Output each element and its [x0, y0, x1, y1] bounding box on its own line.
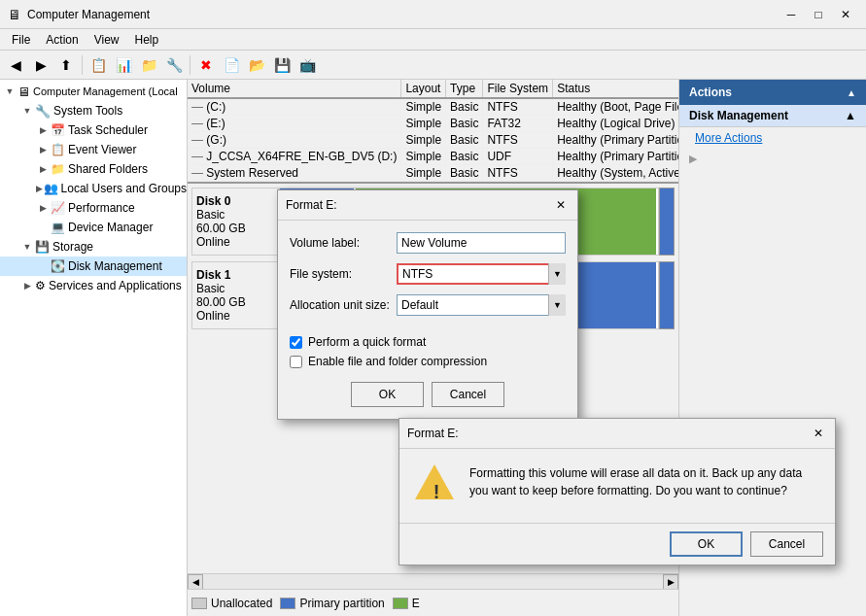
cell-fs: UDF [483, 149, 553, 165]
disk-1-label: Disk 1 Basic 80.00 GB Online [191, 261, 279, 329]
format-dialog-title: Format E: [286, 198, 337, 212]
menu-file[interactable]: File [4, 31, 38, 49]
actions-title: Actions [689, 86, 732, 99]
volume-table: Volume Layout Type File System Status — … [188, 80, 678, 182]
disk-1-indicator [659, 261, 675, 329]
table-row[interactable]: — (G:) Simple Basic NTFS Healthy (Primar… [188, 132, 678, 149]
toolbar-up[interactable]: ⬆ [54, 53, 78, 77]
services-icon: ⚙ [35, 279, 46, 292]
tree-panel: ▼ 🖥 Computer Management (Local ▼ 🔧 Syste… [0, 80, 188, 616]
close-button[interactable]: ✕ [833, 4, 858, 25]
toolbar-save[interactable]: 💾 [270, 53, 294, 77]
tree-label-shared-folders: Shared Folders [68, 162, 148, 176]
horizontal-scrollbar[interactable]: ◀ ▶ [188, 573, 678, 589]
actions-header: Actions ▲ [679, 80, 866, 105]
confirm-cancel-button[interactable]: Cancel [750, 531, 823, 557]
tree-label-device-manager: Device Manager [68, 221, 153, 234]
tools-icon: 🔧 [35, 104, 51, 119]
tree-item-system-tools[interactable]: ▼ 🔧 System Tools [0, 101, 187, 120]
alloc-select[interactable]: Default 512 1024 4096 [397, 294, 566, 316]
toolbar-open[interactable]: 📂 [245, 53, 268, 77]
cell-status: Healthy (Logical Drive) [553, 116, 678, 132]
toolbar-forward[interactable]: ▶ [29, 53, 52, 77]
table-row[interactable]: — (E:) Simple Basic FAT32 Healthy (Logic… [188, 116, 678, 132]
toolbar-new[interactable]: 📄 [220, 53, 243, 77]
actions-section-arrow: ▲ [845, 109, 856, 122]
toolbar-monitor[interactable]: 📺 [295, 53, 319, 77]
fs-row: File system: NTFS FAT32 exFAT ▼ [290, 263, 566, 285]
toolbar-back[interactable]: ◀ [4, 53, 27, 77]
scroll-left[interactable]: ◀ [188, 574, 203, 590]
tree-item-local-users[interactable]: ▶ 👥 Local Users and Groups [0, 179, 187, 198]
toolbar-properties[interactable]: 📊 [112, 53, 135, 77]
cell-layout: Simple [401, 116, 446, 132]
scroll-right[interactable]: ▶ [663, 574, 678, 590]
toolbar-sep-1 [82, 55, 83, 75]
cell-type: Basic [446, 132, 483, 149]
table-row[interactable]: — (C:) Simple Basic NTFS Healthy (Boot, … [188, 98, 678, 116]
table-row[interactable]: — System Reserved Simple Basic NTFS Heal… [188, 165, 678, 182]
spacer [290, 325, 566, 335]
compress-checkbox[interactable] [290, 356, 302, 368]
tree-item-task-scheduler[interactable]: ▶ 📅 Task Scheduler [0, 120, 187, 140]
scroll-track[interactable] [203, 574, 663, 590]
expand-icon: ▶ [19, 281, 35, 291]
confirm-buttons: OK Cancel [399, 523, 835, 565]
expand-icon: ▼ [19, 106, 35, 116]
device-icon: 💻 [51, 221, 65, 234]
task-icon: 📅 [51, 123, 65, 137]
toolbar-show-hide[interactable]: 📋 [87, 53, 110, 77]
col-layout[interactable]: Layout [401, 80, 446, 98]
cell-layout: Simple [401, 149, 446, 165]
confirm-dialog-close[interactable]: ✕ [810, 425, 827, 442]
confirm-message: Formatting this volume will erase all da… [469, 464, 819, 499]
tree-item-performance[interactable]: ▶ 📈 Performance [0, 198, 187, 218]
tree-item-shared-folders[interactable]: ▶ 📁 Shared Folders [0, 159, 187, 179]
table-row[interactable]: — J_CCSA_X64FRE_EN-GB_DV5 (D:) Simple Ba… [188, 149, 678, 165]
legend-primary-box [280, 598, 295, 609]
format-cancel-button[interactable]: Cancel [432, 382, 504, 407]
tree-item-computer[interactable]: ▼ 🖥 Computer Management (Local [0, 82, 187, 101]
confirm-ok-button[interactable]: OK [670, 531, 743, 557]
actions-section-label: Disk Management [689, 109, 788, 122]
minimize-button[interactable]: ─ [779, 4, 804, 25]
tree-item-disk-management[interactable]: 💽 Disk Management [0, 257, 187, 276]
expand-icon: ▼ [2, 86, 17, 96]
menu-help[interactable]: Help [127, 31, 167, 49]
col-status[interactable]: Status [553, 80, 678, 98]
cell-status: Healthy (Primary Partition [553, 149, 678, 165]
tree-label-system-tools: System Tools [53, 104, 122, 118]
confirm-dialog-title: Format E: [407, 427, 459, 440]
legend-e: E [393, 597, 420, 610]
volume-label-input[interactable] [397, 232, 566, 254]
menu-view[interactable]: View [87, 31, 127, 49]
warning-exclaim-icon: ! [433, 481, 440, 503]
format-ok-button[interactable]: OK [351, 382, 424, 407]
expand-icon: ▶ [35, 184, 44, 193]
toolbar-settings[interactable]: 🔧 [162, 53, 186, 77]
format-dialog-body: Volume label: File system: NTFS FAT32 ex… [278, 221, 577, 419]
disk-1-type: Basic [196, 282, 274, 295]
maximize-button[interactable]: □ [806, 4, 831, 25]
toolbar-folder[interactable]: 📁 [137, 53, 160, 77]
fs-select[interactable]: NTFS FAT32 exFAT [397, 263, 566, 285]
tree-item-device-manager[interactable]: 💻 Device Manager [0, 218, 187, 237]
menu-action[interactable]: Action [38, 31, 86, 49]
disk-icon: 💽 [51, 259, 65, 273]
cell-volume: — J_CCSA_X64FRE_EN-GB_DV5 (D:) [188, 149, 401, 165]
quick-format-checkbox[interactable] [290, 336, 302, 349]
expand-icon: ▼ [19, 242, 35, 252]
expand-icon: ▶ [35, 164, 51, 174]
actions-more[interactable]: More Actions [679, 127, 866, 149]
format-dialog-close[interactable]: ✕ [552, 196, 570, 214]
menu-bar: File Action View Help [0, 29, 866, 51]
col-fs[interactable]: File System [483, 80, 553, 98]
tree-item-event-viewer[interactable]: ▶ 📋 Event Viewer [0, 140, 187, 159]
tree-item-storage[interactable]: ▼ 💾 Storage [0, 237, 187, 257]
legend-unallocated-box [191, 598, 207, 609]
col-volume[interactable]: Volume [188, 80, 401, 98]
tree-item-services[interactable]: ▶ ⚙ Services and Applications [0, 276, 187, 295]
col-type[interactable]: Type [446, 80, 483, 98]
toolbar-delete[interactable]: ✖ [194, 53, 218, 77]
tree-label-task-scheduler: Task Scheduler [68, 123, 148, 137]
